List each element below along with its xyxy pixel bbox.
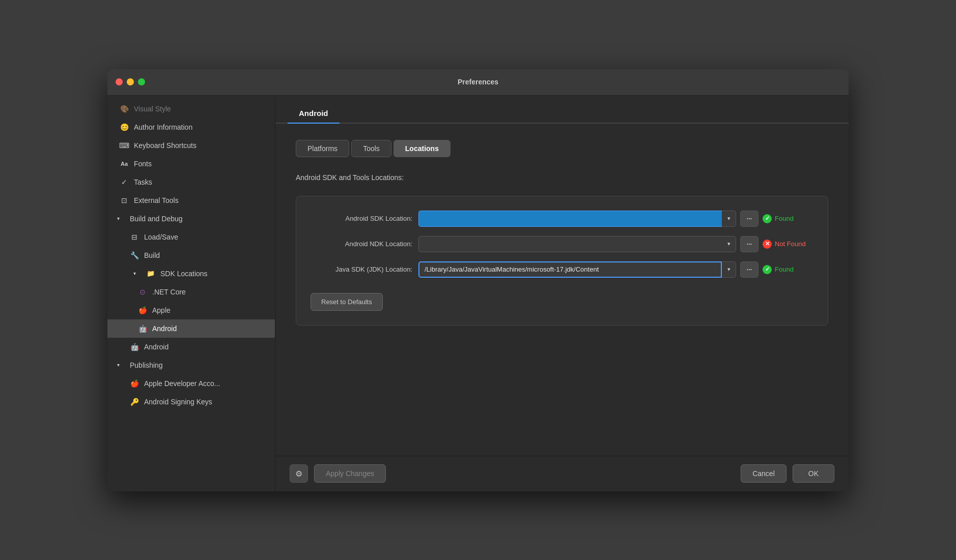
android-ndk-input-group: ▾ [418, 236, 736, 252]
android-ndk-status: ✕ Not Found [763, 240, 813, 249]
sub-tab-locations[interactable]: Locations [393, 140, 451, 157]
reset-defaults-button[interactable]: Reset to Defaults [311, 293, 383, 311]
java-sdk-input-group: ▾ [418, 261, 736, 278]
sidebar-label-apple-dev: Apple Developer Acco... [144, 379, 220, 388]
android-sdk-input[interactable] [418, 211, 722, 227]
android-sdk-status-icon: ✓ [763, 214, 772, 223]
sidebar-item-author-info[interactable]: 😊 Author Information [107, 118, 275, 136]
sidebar-label-android-active: Android [152, 325, 177, 333]
settings-gear-button[interactable]: ⚙ [290, 464, 308, 483]
android-ndk-dropdown-btn[interactable]: ▾ [722, 236, 736, 252]
android-ndk-field-row: Android NDK Location: ▾ ··· ✕ Not Found [311, 236, 813, 252]
android-ndk-input-wrap: ▾ ··· ✕ Not Found [418, 236, 813, 252]
android-ndk-browse-btn[interactable]: ··· [740, 236, 758, 252]
fonts-icon: Aa [120, 159, 129, 168]
sidebar-label-visual-style: Visual Style [134, 105, 171, 113]
sidebar: 🎨 Visual Style 😊 Author Information ⌨ Ke… [107, 96, 275, 491]
main-content: 🎨 Visual Style 😊 Author Information ⌨ Ke… [107, 96, 849, 491]
android-sdk-status-text: Found [775, 215, 794, 222]
sdk-locations-folder-icon: 📁 [146, 269, 155, 278]
sidebar-section-sdk-locations[interactable]: ▾ 📁 SDK Locations [107, 264, 275, 283]
java-sdk-browse-btn[interactable]: ··· [740, 261, 758, 278]
sidebar-item-apple-dev[interactable]: 🍎 Apple Developer Acco... [107, 374, 275, 393]
sub-tab-platforms[interactable]: Platforms [296, 140, 349, 157]
panel-content: Platforms Tools Locations Android SDK an… [275, 124, 849, 456]
titlebar: Preferences [107, 69, 849, 96]
android-sdk-input-group: ▾ [418, 211, 736, 227]
java-sdk-input[interactable] [418, 261, 722, 278]
sidebar-item-android-active[interactable]: 🤖 Android [107, 319, 275, 338]
maximize-button[interactable] [138, 78, 145, 85]
sidebar-label-publishing: Publishing [130, 361, 163, 369]
section-title: Android SDK and Tools Locations: [296, 173, 828, 182]
sidebar-item-apple[interactable]: 🍎 Apple [107, 301, 275, 319]
cancel-button[interactable]: Cancel [741, 464, 786, 483]
android-sdk-browse-btn[interactable]: ··· [740, 211, 758, 227]
gear-icon: ⚙ [295, 469, 302, 479]
tasks-icon: ✓ [120, 178, 129, 187]
load-save-icon: ⊟ [130, 232, 139, 242]
close-button[interactable] [116, 78, 123, 85]
sidebar-item-keyboard-shortcuts[interactable]: ⌨ Keyboard Shortcuts [107, 136, 275, 155]
sidebar-label-android2: Android [144, 343, 168, 351]
sidebar-item-fonts[interactable]: Aa Fonts [107, 155, 275, 173]
sidebar-item-android-signing[interactable]: 🔑 Android Signing Keys [107, 393, 275, 411]
sidebar-label-sdk-locations: SDK Locations [160, 270, 208, 278]
sidebar-label-apple: Apple [152, 306, 171, 314]
android-sdk-status: ✓ Found [763, 214, 813, 223]
main-panel: Android Platforms Tools Locations Androi… [275, 96, 849, 491]
sidebar-section-build-debug[interactable]: ▾ Build and Debug [107, 210, 275, 228]
android-ndk-label: Android NDK Location: [311, 240, 412, 248]
sidebar-item-load-save[interactable]: ⊟ Load/Save [107, 228, 275, 246]
visual-style-icon: 🎨 [120, 104, 129, 113]
sidebar-label-build-debug: Build and Debug [130, 215, 183, 223]
sidebar-item-android2[interactable]: 🤖 Android [107, 338, 275, 356]
sidebar-label-build: Build [144, 251, 160, 259]
android-signing-icon: 🔑 [130, 397, 139, 406]
android-ndk-status-text: Not Found [775, 240, 806, 248]
sdk-locations-chevron-icon: ▾ [130, 269, 139, 278]
publishing-chevron-icon: ▾ [114, 361, 123, 370]
sidebar-item-external-tools[interactable]: ⊡ External Tools [107, 191, 275, 210]
sub-tab-tools[interactable]: Tools [351, 140, 391, 157]
minimize-button[interactable] [127, 78, 134, 85]
apply-changes-button[interactable]: Apply Changes [314, 464, 386, 483]
android-ndk-status-icon: ✕ [763, 240, 772, 249]
android-sdk-field-row: Android SDK Location: ▾ ··· ✓ Found [311, 211, 813, 227]
author-info-icon: 😊 [120, 123, 129, 132]
build-debug-chevron-icon: ▾ [114, 214, 123, 223]
java-sdk-status-icon: ✓ [763, 265, 772, 274]
keyboard-shortcuts-icon: ⌨ [120, 141, 129, 150]
external-tools-icon: ⊡ [120, 196, 129, 205]
sidebar-item-dotnet-core[interactable]: ⊙ .NET Core [107, 283, 275, 301]
sidebar-label-author-info: Author Information [134, 123, 192, 131]
window-controls [116, 78, 145, 85]
sdk-locations-box: Android SDK Location: ▾ ··· ✓ Found [296, 196, 828, 326]
preferences-window: Preferences 🎨 Visual Style 😊 Author Info… [107, 69, 849, 491]
android-sdk-label: Android SDK Location: [311, 215, 412, 222]
sidebar-label-tasks: Tasks [134, 178, 152, 186]
android2-icon: 🤖 [130, 342, 139, 351]
sidebar-label-dotnet-core: .NET Core [152, 288, 186, 296]
ok-button[interactable]: OK [793, 464, 834, 483]
java-sdk-dropdown-btn[interactable]: ▾ [722, 261, 736, 278]
sidebar-item-build[interactable]: 🔧 Build [107, 246, 275, 264]
sidebar-label-android-signing: Android Signing Keys [144, 398, 212, 406]
java-sdk-status-text: Found [775, 266, 794, 273]
window-title: Preferences [458, 78, 498, 86]
android-ndk-input[interactable] [418, 236, 722, 252]
tab-android[interactable]: Android [288, 104, 340, 124]
apple-icon: 🍎 [138, 306, 147, 315]
sidebar-label-load-save: Load/Save [144, 233, 178, 241]
sidebar-item-visual-style[interactable]: 🎨 Visual Style [107, 100, 275, 118]
java-sdk-field-row: Java SDK (JDK) Location: ▾ ··· ✓ Found [311, 261, 813, 278]
dotnet-core-icon: ⊙ [138, 287, 147, 297]
panel-tabs: Android [275, 96, 849, 124]
android-active-icon: 🤖 [138, 324, 147, 333]
sidebar-item-tasks[interactable]: ✓ Tasks [107, 173, 275, 191]
build-icon: 🔧 [130, 251, 139, 260]
sidebar-section-publishing[interactable]: ▾ Publishing [107, 356, 275, 374]
java-sdk-input-wrap: ▾ ··· ✓ Found [418, 261, 813, 278]
android-sdk-dropdown-btn[interactable]: ▾ [722, 211, 736, 227]
sidebar-label-keyboard-shortcuts: Keyboard Shortcuts [134, 141, 196, 150]
